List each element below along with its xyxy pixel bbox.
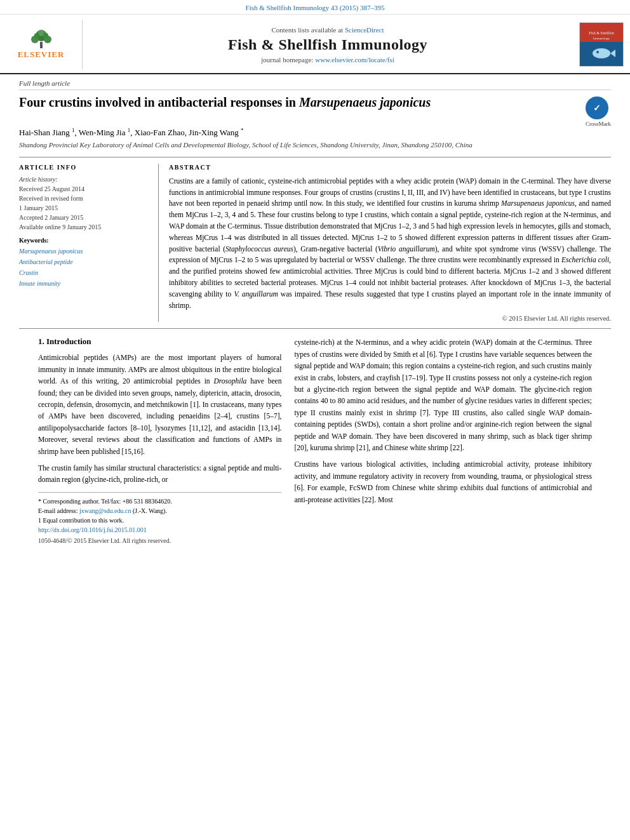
svg-point-6: [43, 33, 48, 38]
authors-list: Hai-Shan Jiang 1, Wen-Ming Jia 1, Xiao-F…: [19, 127, 611, 138]
journal-cover-thumbnail: Fish & Shellfish Immunology: [573, 20, 630, 69]
intro-para-2: The crustin family has similar structura…: [38, 462, 281, 486]
article-title: Four crustins involved in antibacterial …: [19, 94, 575, 110]
journal-cover-image: Fish & Shellfish Immunology: [579, 22, 624, 67]
left-column: 1. Introduction Antimicrobial peptides (…: [38, 337, 281, 545]
right-para-1: cysteine-rich) at the N-terminus, and a …: [294, 337, 592, 453]
intro-para-1: Antimicrobial peptides (AMPs) are the mo…: [38, 352, 281, 457]
copyright-line: © 2015 Elsevier Ltd. All rights reserved…: [169, 315, 611, 322]
svg-text:Immunology: Immunology: [593, 37, 610, 40]
svg-point-12: [593, 48, 610, 58]
sciencedirect-link[interactable]: ScienceDirect: [345, 26, 384, 34]
available-online-date: Available online 9 January 2015: [19, 222, 148, 232]
email-note: E-mail address: jxwang@sdu.edu.cn (J.-X.…: [38, 506, 281, 516]
keywords-section: Keywords: Marsupenaeus japonicus Antibac…: [19, 237, 148, 289]
abstract-column: ABSTRACT Crustins are a family of cation…: [159, 164, 611, 323]
crossmark-icon[interactable]: ✓: [586, 97, 608, 119]
elsevier-branding: ELSEVIER: [18, 29, 65, 60]
homepage-link[interactable]: www.elsevier.com/locate/fsi: [315, 56, 394, 63]
intro-heading: 1. Introduction: [38, 337, 281, 347]
history-label: Article history:: [19, 176, 148, 183]
elsevier-wordmark: ELSEVIER: [18, 50, 65, 60]
keyword-1: Marsupenaeus japonicus: [19, 246, 148, 257]
main-content-area: 1. Introduction Antimicrobial peptides (…: [19, 337, 611, 545]
journal-reference-bar: Fish & Shellfish Immunology 43 (2015) 38…: [0, 0, 630, 15]
svg-text:Fish & Shellfish: Fish & Shellfish: [589, 31, 613, 35]
elsevier-logo-area: ELSEVIER: [0, 20, 83, 69]
affiliation: Shandong Provincial Key Laboratory of An…: [19, 140, 611, 150]
svg-point-5: [34, 33, 39, 38]
keyword-3: Crustin: [19, 267, 148, 278]
right-para-2: Crustins have various biological activit…: [294, 458, 592, 505]
article-type-label: Full length article: [19, 79, 611, 90]
abstract-text: Crustins are a family of cationic, cyste…: [169, 176, 611, 312]
right-column: cysteine-rich) at the N-terminus, and a …: [294, 337, 592, 545]
svg-point-14: [596, 51, 599, 53]
svg-rect-0: [40, 42, 43, 48]
article-history-block: Article history: Received 25 August 2014…: [19, 176, 148, 232]
keyword-2: Antibacterial peptide: [19, 257, 148, 267]
info-abstract-section: ARTICLE INFO Article history: Received 2…: [19, 157, 611, 330]
keyword-4: Innate immunity: [19, 278, 148, 289]
elsevier-tree-icon: [25, 29, 57, 50]
received-revised-date: Received in revised form1 January 2015: [19, 194, 148, 213]
journal-title: Fish & Shellfish Immunology: [228, 36, 427, 53]
contents-line: Contents lists available at ScienceDirec…: [271, 26, 384, 34]
crossmark-area: ✓ CrossMark: [575, 94, 611, 127]
journal-ref-text: Fish & Shellfish Immunology 43 (2015) 38…: [246, 4, 385, 11]
journal-header: ELSEVIER Contents lists available at Sci…: [0, 15, 630, 74]
article-info-column: ARTICLE INFO Article history: Received 2…: [19, 164, 159, 323]
title-block: Four crustins involved in antibacterial …: [19, 94, 575, 117]
issn-line: 1050-4648/© 2015 Elsevier Ltd. All right…: [38, 536, 281, 545]
cover-svg: Fish & Shellfish Immunology: [580, 23, 623, 66]
keywords-heading: Keywords:: [19, 237, 148, 244]
footnote-section: * Corresponding author. Tel/fax: +86 531…: [38, 492, 281, 545]
corresponding-note: * Corresponding author. Tel/fax: +86 531…: [38, 497, 281, 506]
article-body: Full length article Four crustins involv…: [0, 74, 630, 545]
article-info-heading: ARTICLE INFO: [19, 164, 148, 171]
abstract-heading: ABSTRACT: [169, 164, 611, 171]
crossmark-label: CrossMark: [586, 121, 611, 127]
received-date: Received 25 August 2014: [19, 184, 148, 194]
journal-homepage: journal homepage: www.elsevier.com/locat…: [261, 56, 394, 63]
title-crossmark-area: Four crustins involved in antibacterial …: [19, 94, 611, 127]
doi-line[interactable]: http://dx.doi.org/10.1016/j.fsi.2015.01.…: [38, 525, 281, 535]
accepted-date: Accepted 2 January 2015: [19, 213, 148, 222]
journal-title-area: Contents lists available at ScienceDirec…: [83, 20, 573, 69]
equal-contrib-note: 1 Equal contribution to this work.: [38, 516, 281, 525]
email-link[interactable]: jxwang@sdu.edu.cn: [79, 507, 131, 514]
